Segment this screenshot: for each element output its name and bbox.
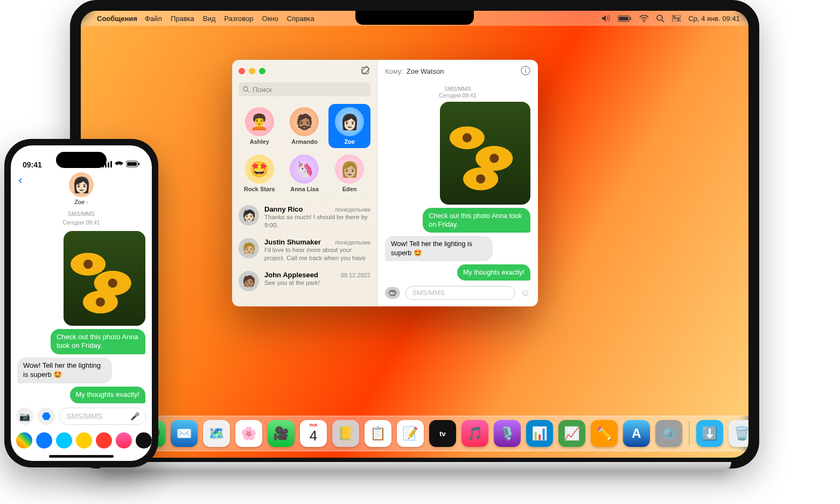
message-in[interactable]: Wow! Tell her the lighting is superb 🤩 [385,236,493,261]
conversation-item[interactable]: 🧑🏽 John Appleseed09.12.2022 See you at t… [232,267,377,296]
window-titlebar [232,60,377,82]
menubar-app-name[interactable]: Сообщения [97,15,137,23]
dock-reminders[interactable]: 📋 [365,420,391,447]
volume-icon[interactable] [601,15,610,22]
dictation-icon[interactable]: 🎤 [130,412,139,421]
battery-icon[interactable] [618,15,632,22]
svg-rect-1 [619,17,628,20]
phone-compose-bar: 📷 SMS/MMS 🎤 [11,403,152,429]
dock-appstore[interactable]: A [623,420,650,447]
dock-photos[interactable]: 🌸 [235,420,262,447]
messages-app-strip[interactable] [11,429,152,453]
dock-tv[interactable]: tv [429,420,456,447]
dock-settings[interactable]: ⚙️ [655,420,682,447]
message-out[interactable]: Check out this photo Anna took on Friday… [51,329,145,355]
dock-mail[interactable]: ✉️ [171,420,198,447]
conversation-item[interactable]: 🧑🏻 Danny Ricoпонедельник Thanks so much!… [232,201,377,234]
emoji-picker-icon[interactable]: ☺ [521,288,530,299]
menubar-clock[interactable]: Ср, 4 янв. 09:41 [688,15,740,23]
message-out[interactable]: Check out this photo Anna took on Friday… [423,208,530,233]
iphone: 09:41 ‹ 👩🏻 Zoe SMS/MMS Сегодня 09:41 Che… [4,139,158,467]
pin-ashley[interactable]: 🧑‍🦱Ashley [239,104,281,148]
menu-file[interactable]: Файл [145,15,162,23]
dock-music[interactable]: 🎵 [461,420,488,447]
contact-avatar[interactable]: 👩🏻 [69,172,94,197]
svg-rect-15 [525,70,526,73]
dock-keynote[interactable]: 📊 [526,420,553,447]
menu-conversation[interactable]: Разговор [224,15,253,23]
dock-contacts[interactable]: 📒 [332,420,359,447]
pin-armando[interactable]: 🧔🏽Armando [284,104,326,148]
appstrip-digital[interactable] [136,432,152,449]
appstrip-audio[interactable] [56,432,72,449]
message-input[interactable]: SMS/MMS 🎤 [59,408,146,425]
dock-downloads[interactable]: ⬇️ [696,420,723,447]
svg-rect-22 [138,163,139,165]
search-input[interactable]: Поиск [239,82,370,96]
menu-edit[interactable]: Правка [171,15,194,23]
message-out[interactable]: My thoughts exactly! [457,264,530,281]
contact-name[interactable]: Zoe [74,199,88,205]
close-window-button[interactable] [239,68,245,74]
wifi-icon[interactable] [639,15,649,22]
chat-header: Кому: Zoe Watson [377,60,538,82]
pin-zoe[interactable]: 👩🏻Zoe [328,104,370,148]
camera-button[interactable]: 📷 [16,408,33,425]
dock-maps[interactable]: 🗺️ [203,420,230,447]
dock-calendar[interactable]: Янв 4 [300,420,327,447]
message-photo[interactable] [440,102,530,205]
message-out[interactable]: My thoughts exactly! [70,387,146,403]
chat-panel: Кому: Zoe Watson SMS/MMS Сегодня 09:41 C… [377,60,538,306]
wifi-icon [115,160,123,169]
zoom-window-button[interactable] [259,68,265,74]
apps-button[interactable] [385,287,400,299]
calendar-day: 4 [310,428,317,444]
appstrip-memoji[interactable] [76,432,92,449]
svg-rect-2 [630,17,631,20]
dock-numbers[interactable]: 📈 [558,420,585,447]
compose-icon[interactable] [361,65,370,77]
recipient-name[interactable]: Zoe Watson [407,67,444,75]
sms-stamp: SMS/MMS [17,211,145,217]
menu-window[interactable]: Окно [262,15,278,23]
dock-notes[interactable]: 📝 [397,420,424,447]
dock-podcasts[interactable]: 🎙️ [494,420,521,447]
appstrip-store[interactable] [16,432,32,449]
apps-button[interactable] [38,408,55,425]
conversation-item[interactable]: 🧑🏼 Justin Shumakerпонедельник I'd love t… [232,234,377,267]
to-label: Кому: [385,67,403,75]
home-indicator[interactable] [49,455,114,458]
spotlight-icon[interactable] [656,15,664,23]
message-photo[interactable] [64,231,145,326]
pin-rock-stars[interactable]: 🤩Rock Stars [239,151,281,195]
pinned-contacts: 🧑‍🦱Ashley 🧔🏽Armando 👩🏻Zoe 🤩Rock Stars 🦄A… [232,102,377,201]
macbook: Сообщения Файл Правка Вид Разговор Окно … [70,0,759,468]
messages-window: Поиск 🧑‍🦱Ashley 🧔🏽Armando 👩🏻Zoe 🤩Rock St… [232,59,538,307]
menu-view[interactable]: Вид [203,15,216,23]
time-stamp: Сегодня 09:41 [439,92,476,99]
appstrip-music[interactable] [116,432,132,449]
message-placeholder: SMS/MMS [412,289,445,297]
back-button[interactable]: ‹ [18,173,22,187]
message-input[interactable]: SMS/MMS [405,286,515,300]
message-thread[interactable]: SMS/MMS Сегодня 09:41 Check out this pho… [377,82,538,281]
pin-eden[interactable]: 👩🏼Eden [328,151,370,195]
dock-pages[interactable]: ✏️ [591,420,618,447]
info-icon[interactable] [521,66,530,77]
appstrip-appstore[interactable] [36,432,52,449]
appstrip-photos[interactable] [96,432,112,449]
svg-rect-21 [127,162,137,166]
mac-notch [355,11,474,25]
conversation-list: 🧑🏻 Danny Ricoпонедельник Thanks so much!… [232,201,377,306]
pin-anna-lisa[interactable]: 🦄Anna Lisa [284,151,326,195]
phone-thread[interactable]: SMS/MMS Сегодня 09:41 Check out this pho… [11,208,152,403]
control-center-icon[interactable] [672,15,681,22]
dock-trash[interactable]: 🗑️ [729,420,748,447]
dock-facetime[interactable]: 🎥 [268,420,295,447]
status-time: 09:41 [23,160,42,169]
svg-point-9 [678,19,680,21]
menu-help[interactable]: Справка [287,15,314,23]
svg-point-4 [657,15,662,20]
minimize-window-button[interactable] [249,68,255,74]
message-in[interactable]: Wow! Tell her the lighting is superb 🤩 [17,358,112,383]
